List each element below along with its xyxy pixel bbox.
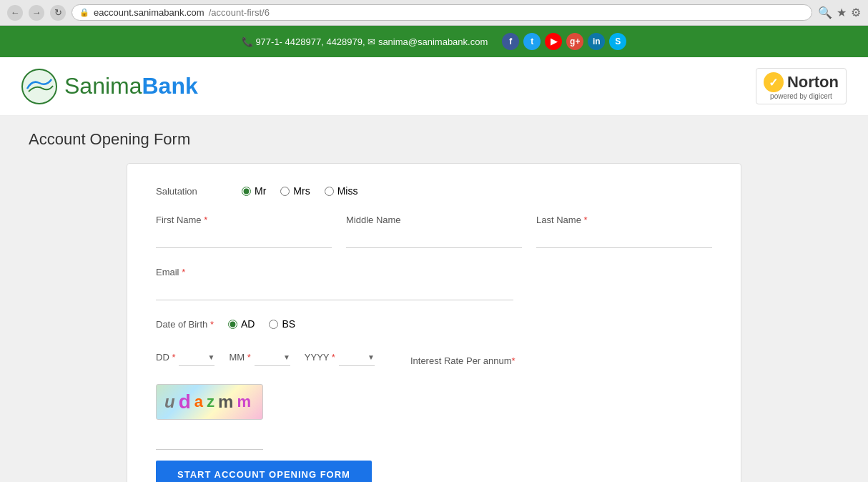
- captcha-char-2: a: [194, 393, 207, 411]
- email-icon: ✉: [368, 36, 375, 47]
- extensions-button[interactable]: ⚙: [851, 6, 861, 19]
- first-name-field: First Name: [156, 215, 332, 248]
- dob-row: Date of Birth AD BS: [156, 318, 712, 330]
- dd-select[interactable]: [179, 348, 214, 366]
- captcha-char-5: m: [237, 393, 255, 411]
- norton-sub: powered by digicert: [770, 92, 832, 100]
- date-selectors-row: DD ▼ MM ▼ YYYY: [156, 348, 712, 366]
- salutation-row: Salutation Mr Mrs Miss: [156, 185, 712, 197]
- submit-area: START ACCOUNT OPENING FORM: [156, 461, 712, 482]
- captcha-char-3: z: [207, 393, 218, 411]
- url-path: /account-first/6: [209, 7, 270, 18]
- search-button[interactable]: 🔍: [818, 6, 832, 19]
- mr-radio[interactable]: [242, 187, 251, 196]
- yyyy-label: YYYY: [305, 352, 335, 363]
- dd-field: DD ▼: [156, 348, 214, 366]
- name-row: First Name Middle Name Last Name: [156, 215, 712, 248]
- twitter-icon[interactable]: t: [523, 33, 541, 50]
- top-info-bar: 📞 977-1- 4428977, 4428979, ✉ sanima@sani…: [0, 26, 868, 57]
- email-label: Email: [156, 267, 185, 277]
- captcha-char-4: m: [218, 392, 237, 412]
- captcha-area: u d a z m m: [156, 384, 712, 420]
- page-title: Account Opening Form: [29, 130, 839, 149]
- salutation-label: Salutation: [156, 186, 227, 197]
- vimeo-icon[interactable]: in: [588, 33, 605, 50]
- captcha-image: u d a z m m: [156, 384, 263, 420]
- bookmark-button[interactable]: ★: [837, 6, 847, 19]
- logo-icon: [21, 69, 57, 104]
- middle-name-field: Middle Name: [346, 215, 522, 248]
- email-link[interactable]: sanima@sanimabank.com: [378, 36, 488, 47]
- mm-label: MM: [229, 352, 250, 363]
- youtube-icon[interactable]: ▶: [545, 33, 562, 50]
- captcha-input[interactable]: [156, 431, 263, 450]
- interest-label: Interest Rate Per annum: [410, 355, 516, 366]
- social-icons: f t ▶ g+ in S: [502, 33, 626, 50]
- norton-check-icon: ✓: [764, 72, 784, 92]
- phone-info: 📞 977-1- 4428977, 4428979, ✉ sanima@sani…: [242, 36, 488, 47]
- mm-wrapper: ▼: [255, 348, 290, 366]
- mr-option[interactable]: Mr: [242, 185, 266, 197]
- mm-field: MM ▼: [229, 348, 290, 366]
- bs-label: BS: [282, 318, 295, 330]
- norton-logo: ✓ Norton: [764, 72, 839, 92]
- email-input[interactable]: [156, 281, 513, 300]
- address-bar[interactable]: 🔒 eaccount.sanimabank.com /account-first…: [71, 4, 812, 21]
- miss-option[interactable]: Miss: [325, 185, 358, 197]
- salutation-radio-group: Mr Mrs Miss: [242, 185, 357, 197]
- ad-label: AD: [241, 318, 255, 330]
- mrs-label: Mrs: [293, 185, 310, 197]
- lock-icon: 🔒: [79, 8, 89, 17]
- first-name-label: First Name: [156, 215, 332, 225]
- ad-option[interactable]: AD: [228, 318, 255, 330]
- phone-number: 977-1- 4428977, 4428979,: [255, 36, 365, 47]
- phone-icon: 📞: [242, 36, 253, 47]
- skype-icon[interactable]: S: [609, 33, 626, 50]
- googleplus-icon[interactable]: g+: [566, 33, 583, 50]
- norton-name: Norton: [787, 73, 839, 92]
- yyyy-field: YYYY ▼: [305, 348, 375, 366]
- first-name-input[interactable]: [156, 229, 332, 248]
- ad-radio[interactable]: [228, 320, 237, 329]
- dd-wrapper: ▼: [179, 348, 214, 366]
- bs-radio[interactable]: [269, 320, 278, 329]
- last-name-input[interactable]: [536, 229, 712, 248]
- last-name-field: Last Name: [536, 215, 712, 248]
- middle-name-label: Middle Name: [346, 215, 522, 225]
- mrs-radio[interactable]: [280, 187, 290, 196]
- browser-actions: 🔍 ★ ⚙: [818, 6, 861, 19]
- captcha-char-0: u: [164, 392, 179, 412]
- dd-label: DD: [156, 352, 175, 363]
- logo-area: Sanima Bank: [21, 69, 198, 104]
- bs-option[interactable]: BS: [269, 318, 295, 330]
- yyyy-wrapper: ▼: [339, 348, 375, 366]
- yyyy-select[interactable]: [339, 348, 375, 366]
- start-form-button[interactable]: START ACCOUNT OPENING FORM: [156, 461, 372, 482]
- url-domain: eaccount.sanimabank.com: [94, 7, 204, 18]
- logo-text: Sanima Bank: [64, 73, 198, 99]
- email-row: Email: [156, 266, 712, 300]
- refresh-button[interactable]: ↻: [50, 5, 66, 21]
- back-button[interactable]: ←: [7, 5, 23, 21]
- middle-name-input[interactable]: [346, 229, 522, 248]
- mr-label: Mr: [255, 185, 266, 197]
- dob-label: Date of Birth: [156, 319, 214, 330]
- forward-button[interactable]: →: [29, 5, 44, 21]
- mm-select[interactable]: [255, 348, 290, 366]
- page-header: Sanima Bank ✓ Norton powered by digicert: [0, 57, 868, 116]
- main-content: Account Opening Form Salutation Mr Mrs M…: [0, 116, 868, 482]
- norton-badge: ✓ Norton powered by digicert: [756, 68, 847, 104]
- facebook-icon[interactable]: f: [502, 33, 519, 50]
- miss-label: Miss: [337, 185, 358, 197]
- miss-radio[interactable]: [325, 187, 334, 196]
- captcha-char-1: d: [179, 390, 194, 413]
- form-container: Salutation Mr Mrs Miss First Name: [127, 163, 741, 482]
- last-name-label: Last Name: [536, 215, 712, 225]
- browser-bar: ← → ↻ 🔒 eaccount.sanimabank.com /account…: [0, 0, 868, 26]
- mrs-option[interactable]: Mrs: [280, 185, 310, 197]
- captcha-section: u d a z m m START ACCOUNT OPENING FORM: [156, 384, 712, 482]
